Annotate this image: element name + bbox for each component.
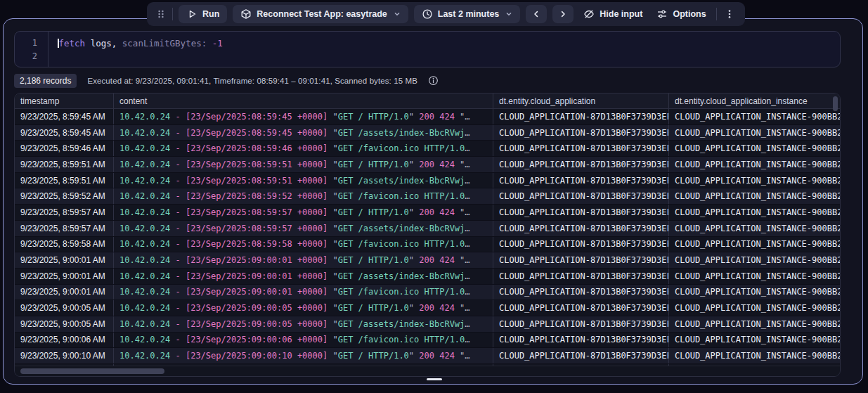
cell-instance: CLOUD_APPLICATION_INSTANCE-900BB2 [668, 173, 840, 188]
drag-handle-icon [155, 8, 167, 20]
vertical-scrollbar-thumb[interactable] [833, 96, 838, 111]
query-keyword: fetch [59, 38, 86, 49]
execution-meta: Executed at: 9/23/2025, 09:01:41, Timefr… [87, 77, 417, 85]
chevron-left-icon [531, 8, 542, 20]
cell-content: 10.42.0.24 - [23/Sep/2025:08:59:51 +0000… [113, 157, 493, 172]
drag-handle[interactable] [155, 8, 167, 20]
cell-content: 10.42.0.24 - [23/Sep/2025:08:59:45 +0000… [113, 125, 493, 141]
cell-timestamp: 9/23/2025, 8:59:57 AM [15, 205, 113, 220]
hide-input-button[interactable]: Hide input [579, 5, 647, 23]
screen: Run Reconnect Test App: easytrade Last 2… [0, 0, 868, 393]
overflow-menu-button[interactable] [723, 5, 737, 23]
timeframe-forward-button[interactable] [552, 5, 574, 23]
line-number: 1 [32, 37, 37, 50]
cell-content: 10.42.0.24 - [23/Sep/2025:08:59:57 +0000… [113, 221, 493, 236]
table-row[interactable]: 9/23/2025, 8:59:51 AM 10.42.0.24 - [23/S… [15, 173, 840, 189]
table-row[interactable]: 9/23/2025, 9:00:05 AM 10.42.0.24 - [23/S… [15, 300, 840, 316]
query-editor[interactable]: 1 2 fetch logs, scanLimitGBytes: -1 [14, 31, 841, 67]
run-button[interactable]: Run [179, 5, 227, 23]
cell-instance: CLOUD_APPLICATION_INSTANCE-900BB2 [668, 300, 840, 316]
cell-content: 10.42.0.24 - [23/Sep/2025:08:59:51 +0000… [113, 173, 493, 188]
eye-slash-icon [583, 8, 595, 20]
clock-icon [422, 8, 433, 20]
cell-app: CLOUD_APPLICATION-87D13B0F3739D3EF [493, 269, 668, 284]
table-row[interactable]: 9/23/2025, 9:00:10 AM 10.42.0.24 - [23/S… [15, 348, 840, 364]
app-selector-dropdown[interactable]: Reconnect Test App: easytrade [233, 5, 408, 23]
cell-instance: CLOUD_APPLICATION_INSTANCE-900BB2 [668, 237, 840, 252]
query-text[interactable]: fetch logs, scanLimitGBytes: -1 [48, 32, 840, 67]
table-row[interactable]: 9/23/2025, 9:00:01 AM 10.42.0.24 - [23/S… [15, 285, 840, 301]
cell-app: CLOUD_APPLICATION-87D13B0F3739D3EF [493, 173, 668, 188]
cell-timestamp: 9/23/2025, 8:59:45 AM [15, 125, 113, 141]
cube-icon [240, 8, 252, 20]
results-bar: 2,186 records Executed at: 9/23/2025, 09… [14, 73, 439, 88]
panel-resize-handle[interactable] [427, 378, 442, 380]
table-row[interactable]: 9/23/2025, 8:59:52 AM 10.42.0.24 - [23/S… [15, 188, 840, 205]
cell-app: CLOUD_APPLICATION-87D13B0F3739D3EF [493, 221, 668, 236]
cell-timestamp: 9/23/2025, 8:59:58 AM [15, 237, 113, 252]
table-row[interactable]: 9/23/2025, 8:59:51 AM 10.42.0.24 - [23/S… [15, 157, 840, 173]
table-row[interactable]: 9/23/2025, 9:00:01 AM 10.42.0.24 - [23/S… [15, 269, 840, 285]
timeframe-back-button[interactable] [526, 5, 547, 23]
cell-instance: CLOUD_APPLICATION_INSTANCE-900BB2 [668, 125, 840, 141]
options-button[interactable]: Options [652, 5, 710, 23]
query-ident: logs, [85, 38, 117, 49]
cell-timestamp: 9/23/2025, 8:59:57 AM [15, 221, 113, 236]
cell-instance: CLOUD_APPLICATION_INSTANCE-900BB2 [668, 141, 840, 156]
records-badge: 2,186 records [14, 74, 77, 88]
horizontal-scrollbar[interactable] [15, 366, 840, 376]
chevron-down-icon [394, 11, 401, 18]
horizontal-scrollbar-thumb[interactable] [20, 368, 164, 374]
cell-content: 10.42.0.24 - [23/Sep/2025:08:59:46 +0000… [113, 141, 493, 156]
cell-content: 10.42.0.24 - [23/Sep/2025:08:59:57 +0000… [113, 205, 493, 220]
cell-content: 10.42.0.24 - [23/Sep/2025:09:00:01 +0000… [113, 252, 493, 268]
cell-instance: CLOUD_APPLICATION_INSTANCE-900BB2 [668, 205, 840, 220]
cell-content: 10.42.0.24 - [23/Sep/2025:08:59:58 +0000… [113, 237, 493, 252]
table-row[interactable]: 9/23/2025, 9:00:01 AM 10.42.0.24 - [23/S… [15, 252, 840, 269]
table-row[interactable]: 9/23/2025, 8:59:46 AM 10.42.0.24 - [23/S… [15, 141, 840, 157]
info-icon[interactable] [428, 75, 439, 86]
timeframe-dropdown[interactable]: Last 2 minutes [414, 5, 521, 23]
cell-content: 10.42.0.24 - [23/Sep/2025:09:00:05 +0000… [113, 316, 493, 332]
table-row[interactable]: 9/23/2025, 8:59:58 AM 10.42.0.24 - [23/S… [15, 237, 840, 253]
table-row[interactable]: 9/23/2025, 9:00:06 AM 10.42.0.24 - [23/S… [15, 333, 840, 349]
cell-timestamp: 9/23/2025, 9:00:01 AM [15, 285, 113, 300]
column-header-cloud-application[interactable]: dt.entity.cloud_application [493, 94, 668, 108]
toolbar-divider [716, 8, 717, 20]
table-header: timestamp content dt.entity.cloud_applic… [15, 94, 840, 109]
line-number: 2 [32, 50, 37, 63]
table-row[interactable]: 9/23/2025, 9:00:05 AM 10.42.0.24 - [23/S… [15, 316, 840, 333]
play-icon [186, 8, 197, 20]
cell-instance: CLOUD_APPLICATION_INSTANCE-900BB2 [668, 285, 840, 300]
kebab-icon [724, 8, 735, 20]
column-header-cloud-application-instance[interactable]: dt.entity.cloud_application_instance [668, 94, 840, 108]
sliders-icon [656, 8, 668, 20]
cell-app: CLOUD_APPLICATION-87D13B0F3739D3EF [493, 237, 668, 252]
hide-input-label: Hide input [600, 9, 642, 19]
table-row[interactable]: 9/23/2025, 8:59:57 AM 10.42.0.24 - [23/S… [15, 205, 840, 221]
results-table: timestamp content dt.entity.cloud_applic… [14, 93, 841, 377]
cell-timestamp: 9/23/2025, 8:59:51 AM [15, 157, 113, 172]
cell-timestamp: 9/23/2025, 9:00:01 AM [15, 269, 113, 284]
cell-app: CLOUD_APPLICATION-87D13B0F3739D3EF [493, 333, 668, 348]
cell-instance: CLOUD_APPLICATION_INSTANCE-900BB2 [668, 269, 840, 284]
table-row[interactable]: 9/23/2025, 8:59:57 AM 10.42.0.24 - [23/S… [15, 221, 840, 237]
column-header-content[interactable]: content [113, 94, 493, 108]
cell-app: CLOUD_APPLICATION-87D13B0F3739D3EF [493, 316, 668, 332]
cell-content: 10.42.0.24 - [23/Sep/2025:09:00:01 +0000… [113, 269, 493, 284]
cell-instance: CLOUD_APPLICATION_INSTANCE-900BB2 [668, 333, 840, 348]
table-row[interactable]: 9/23/2025, 8:59:45 AM 10.42.0.24 - [23/S… [15, 109, 840, 125]
cell-timestamp: 9/23/2025, 9:00:01 AM [15, 252, 113, 268]
cell-content: 10.42.0.24 - [23/Sep/2025:08:59:52 +0000… [113, 188, 493, 204]
column-header-timestamp[interactable]: timestamp [15, 94, 113, 108]
query-toolbar: Run Reconnect Test App: easytrade Last 2… [147, 2, 745, 26]
cell-instance: CLOUD_APPLICATION_INSTANCE-900BB2 [668, 157, 840, 172]
cell-instance: CLOUD_APPLICATION_INSTANCE-900BB2 [668, 252, 840, 268]
timeframe-label: Last 2 minutes [438, 9, 500, 19]
cell-content: 10.42.0.24 - [23/Sep/2025:08:59:45 +0000… [113, 109, 493, 124]
cell-timestamp: 9/23/2025, 8:59:52 AM [15, 188, 113, 204]
cell-timestamp: 9/23/2025, 9:00:05 AM [15, 316, 113, 332]
cell-content: 10.42.0.24 - [23/Sep/2025:09:00:06 +0000… [113, 333, 493, 348]
table-row[interactable]: 9/23/2025, 8:59:45 AM 10.42.0.24 - [23/S… [15, 125, 840, 141]
query-value: -1 [207, 38, 223, 49]
